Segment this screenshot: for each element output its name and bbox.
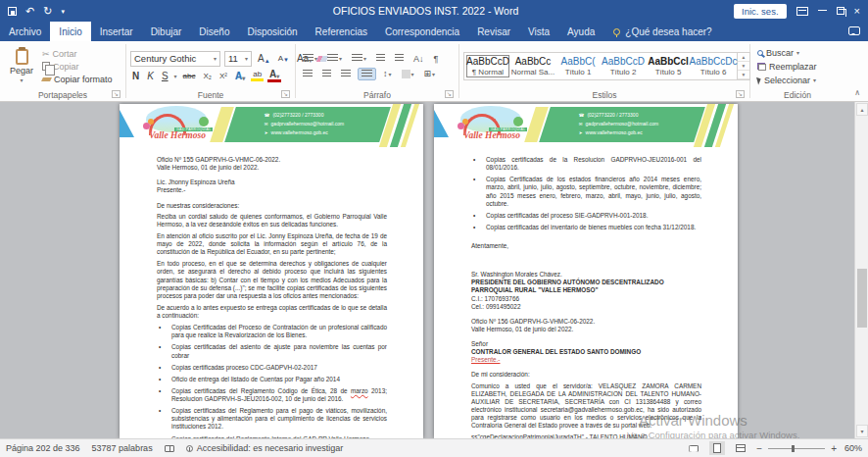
zoom-slider[interactable] — [768, 448, 825, 449]
style-titulo6[interactable]: AaBbCcDcTítulo 6 — [692, 55, 735, 77]
find-button[interactable]: Buscar▾ — [754, 47, 820, 59]
font-dialog-launcher-icon[interactable]: ↘ — [281, 90, 290, 98]
clipboard-dialog-launcher-icon[interactable]: ↘ — [112, 90, 121, 98]
page-right[interactable]: GAD PARROQUIAL Valle Hermoso ☎(02)277322… — [434, 104, 738, 438]
comments-icon[interactable] — [848, 26, 860, 35]
strikethrough-button[interactable]: abc — [181, 72, 198, 80]
bullets-button[interactable]: ▾ — [300, 53, 320, 64]
zoom-level[interactable]: 60% — [844, 443, 862, 453]
web-layout-button[interactable] — [733, 441, 748, 455]
align-right-icon — [341, 70, 351, 78]
tab-ayuda[interactable]: Ayuda — [558, 22, 603, 41]
accessibility-status[interactable]: Accesibilidad: es necesario investigar — [186, 443, 344, 453]
copy-button[interactable]: Copiar — [39, 61, 116, 73]
vertical-scrollbar[interactable]: ▴ ▾ — [854, 102, 868, 438]
styles-scroll-down-icon[interactable]: ▾ — [738, 62, 749, 71]
restore-button[interactable] — [837, 7, 844, 15]
ribbon-tab-bar: Archivo Inicio Insertar Dibujar Diseño D… — [0, 22, 868, 41]
doc-bullet-item: Copias certificadas del Reglamento Códig… — [157, 387, 387, 403]
shrink-font-button[interactable]: A▼ — [276, 54, 291, 63]
tab-correspondencia[interactable]: Correspondencia — [376, 22, 468, 41]
decrease-indent-button[interactable] — [373, 53, 388, 64]
font-color-button[interactable]: A▾ — [267, 70, 281, 82]
tab-dibujar[interactable]: Dibujar — [142, 22, 191, 41]
borders-button[interactable]: ⊞▾ — [421, 68, 439, 79]
sign-in-button[interactable]: Inic. ses. — [734, 4, 787, 19]
document-body: Oficio Nº 155 GADPRVH-G-VHMC-06-2022. Va… — [120, 149, 423, 438]
multilevel-list-button[interactable]: ▾ — [349, 53, 369, 64]
qat-customize-icon[interactable]: ▾ — [61, 8, 65, 15]
style-normal[interactable]: AaBbCcD¶ Normal — [466, 55, 509, 77]
print-layout-button[interactable] — [709, 441, 725, 455]
styles-scroll-up-icon[interactable]: ▴ — [738, 53, 749, 62]
tab-revisar[interactable]: Revisar — [468, 22, 519, 41]
underline-caret-icon[interactable]: ▾ — [174, 73, 177, 79]
style-titulo2[interactable]: AaBbCcDTítulo 2 — [602, 55, 645, 77]
letterhead-phone: (02)2773220 / 2773300 — [272, 111, 323, 120]
subscript-button[interactable]: X₂ — [202, 72, 214, 80]
proofing-icon[interactable] — [165, 445, 174, 452]
save-icon[interactable] — [8, 7, 17, 16]
text-effects-button[interactable]: A▾ — [233, 71, 247, 81]
italic-button[interactable]: K — [145, 71, 156, 81]
increase-indent-button[interactable] — [392, 53, 407, 64]
align-center-icon — [322, 70, 331, 78]
collapse-ribbon-icon[interactable]: ∧ — [854, 88, 860, 97]
replace-button[interactable]: Reemplazar — [754, 61, 820, 73]
zoom-slider-thumb[interactable] — [792, 445, 795, 452]
justify-button[interactable] — [358, 68, 376, 80]
tab-inicio[interactable]: Inicio — [50, 22, 90, 41]
close-button[interactable]: × — [854, 6, 860, 17]
bold-button[interactable]: N — [130, 71, 141, 81]
tab-disposicion[interactable]: Disposición — [238, 22, 306, 41]
paragraph-dialog-launcher-icon[interactable]: ↘ — [445, 90, 454, 98]
shading-button[interactable]: ▾ — [399, 69, 417, 79]
superscript-button[interactable]: X² — [217, 72, 229, 80]
align-left-button[interactable] — [300, 69, 315, 79]
style-titulo5[interactable]: AaBbCclTítulo 5 — [647, 55, 690, 77]
doc-line: PRESIDENTE DEL GOBIERNO AUTÓNOMO DESCENT… — [471, 279, 701, 286]
tab-diseno[interactable]: Diseño — [190, 22, 238, 41]
highlight-color-button[interactable]: ab — [251, 71, 264, 81]
read-mode-button[interactable] — [686, 441, 701, 455]
styles-dialog-launcher-icon[interactable]: ↘ — [736, 90, 745, 98]
scroll-down-icon[interactable]: ▾ — [856, 425, 868, 437]
group-styles: AaBbCcD¶ Normal AaBbCcNormal Sa... AaBbC… — [459, 41, 749, 101]
tell-me-search[interactable]: ¿Qué desea hacer? — [613, 22, 711, 41]
tab-referencias[interactable]: Referencias — [307, 22, 376, 41]
page-left[interactable]: GAD PARROQUIAL Valle Hermoso ☎(02)277322… — [120, 104, 423, 438]
grow-font-button[interactable]: A▲ — [256, 53, 272, 64]
cut-button[interactable]: ✂Cortar — [39, 48, 116, 60]
select-button[interactable]: Seleccionar▾ — [754, 75, 820, 86]
align-center-button[interactable] — [319, 69, 334, 79]
show-marks-button[interactable]: ¶ — [431, 53, 442, 65]
font-size-combobox[interactable]: 11▾ — [224, 51, 252, 67]
word-count[interactable]: 53787 palabras — [92, 443, 153, 453]
paste-button[interactable]: Pegar ▾ — [4, 44, 39, 88]
underline-button[interactable]: S — [160, 71, 170, 81]
tab-vista[interactable]: Vista — [519, 22, 558, 41]
styles-more-icon[interactable]: ▾ — [738, 71, 749, 79]
ribbon-display-options-icon[interactable] — [796, 7, 808, 16]
scrollbar-thumb[interactable] — [857, 269, 867, 328]
page-indicator[interactable]: Página 202 de 336 — [6, 443, 80, 453]
zoom-out-button[interactable]: − — [756, 443, 762, 454]
style-normal-sa[interactable]: AaBbCcNormal Sa... — [511, 55, 555, 77]
tab-archivo[interactable]: Archivo — [0, 22, 50, 41]
doc-bullet-item: Copias certificadas del asiento de ajust… — [157, 343, 387, 359]
tab-insertar[interactable]: Insertar — [91, 22, 142, 41]
numbering-button[interactable]: ▾ — [324, 53, 345, 64]
line-spacing-button[interactable]: ↕▾ — [380, 68, 395, 79]
minimize-button[interactable] — [818, 10, 827, 11]
align-right-button[interactable] — [338, 69, 354, 79]
font-family-combobox[interactable]: Century Gothic▾ — [130, 51, 220, 67]
lightbulb-icon — [613, 28, 620, 35]
sort-button[interactable]: A↓ — [410, 53, 427, 65]
zoom-in-button[interactable]: + — [831, 443, 837, 454]
scroll-up-icon[interactable]: ▴ — [856, 103, 868, 116]
style-titulo1[interactable]: AaBbC(Título 1 — [556, 55, 600, 77]
redo-icon[interactable]: ↻ — [43, 6, 52, 17]
accessibility-icon — [186, 445, 193, 452]
paste-caret-icon[interactable]: ▾ — [20, 76, 23, 83]
undo-icon[interactable]: ↶ — [25, 6, 34, 17]
